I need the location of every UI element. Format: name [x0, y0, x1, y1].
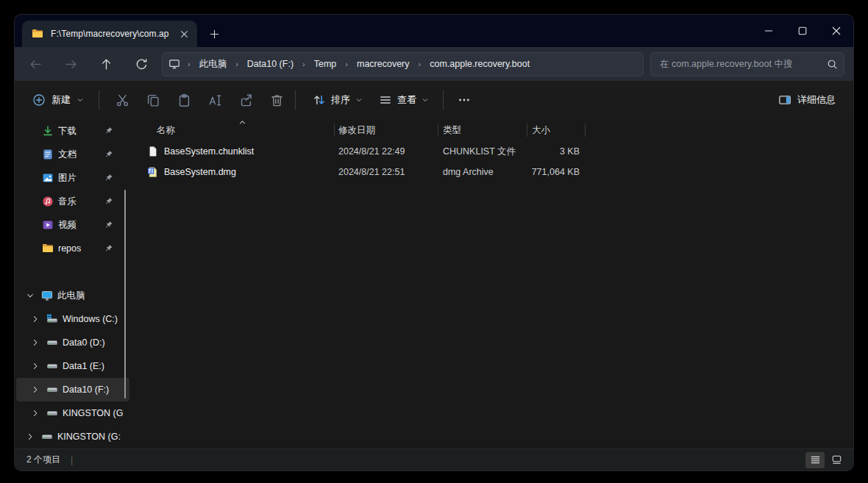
sidebar-scrollbar[interactable]	[124, 190, 126, 398]
sidebar-item-kingston-g[interactable]: KINGSTON (G:	[16, 425, 129, 448]
explorer-window: F:\Temp\macrecovery\com.ap	[15, 15, 853, 471]
more-options-button[interactable]	[451, 86, 477, 114]
search-input[interactable]	[660, 59, 827, 69]
column-header-type[interactable]: 类型	[438, 119, 527, 141]
explorer-tab[interactable]: F:\Temp\macrecovery\com.ap	[22, 21, 197, 47]
thumbnail-view-button[interactable]	[827, 452, 846, 468]
new-button-label: 新建	[51, 93, 71, 107]
sidebar-item-label: 下载	[58, 125, 100, 137]
file-row-chunklist[interactable]: BaseSystem.chunklist 2024/8/21 22:49 CHU…	[131, 141, 853, 162]
navigation-pane: 下载 文档 图片	[15, 119, 131, 448]
chevron-right-icon[interactable]	[31, 409, 40, 418]
share-button[interactable]	[230, 86, 261, 114]
main-area: 下载 文档 图片	[15, 119, 853, 448]
back-button[interactable]	[21, 51, 50, 76]
breadcrumb-macrecovery[interactable]: macrecovery	[354, 56, 413, 72]
sidebar-item-windows-c[interactable]: Windows (C:)	[16, 307, 129, 331]
details-pane-label: 详细信息	[797, 93, 836, 107]
chevron-down-icon	[421, 96, 429, 104]
breadcrumb-separator: ›	[296, 60, 311, 68]
sidebar-item-videos[interactable]: 视频	[16, 213, 129, 237]
sort-button[interactable]: 排序	[306, 88, 369, 112]
column-divider[interactable]	[585, 124, 586, 137]
refresh-button[interactable]	[127, 51, 156, 76]
cut-button[interactable]	[107, 86, 138, 114]
toolbar-divider	[443, 90, 444, 110]
sidebar-item-label: 此电脑	[57, 290, 129, 302]
sidebar-item-label: Data1 (E:)	[63, 361, 129, 371]
breadcrumb-separator: ›	[182, 60, 196, 68]
chunklist-file-icon	[147, 146, 159, 157]
drive-icon	[41, 431, 53, 443]
sidebar-item-pictures[interactable]: 图片	[16, 166, 129, 190]
file-row-dmg[interactable]: d BaseSystem.dmg 2024/8/21 22:51 dmg Arc…	[131, 162, 853, 182]
column-header-date[interactable]: 修改日期	[335, 119, 438, 141]
sort-icon	[313, 93, 326, 107]
pictures-icon	[42, 172, 54, 184]
chevron-right-icon[interactable]	[31, 362, 40, 371]
copy-button[interactable]	[138, 86, 168, 114]
chevron-right-icon[interactable]	[31, 315, 40, 323]
chevron-down-icon	[77, 96, 84, 104]
chevron-right-icon[interactable]	[26, 432, 35, 441]
column-header-name[interactable]: 名称	[131, 119, 335, 141]
column-header-size[interactable]: 大小	[527, 119, 586, 141]
sidebar-item-label: KINGSTON (G:	[57, 432, 129, 442]
sidebar-item-data10-f[interactable]: Data10 (F:)	[16, 378, 129, 401]
computer-icon	[168, 58, 180, 70]
close-button[interactable]	[819, 15, 853, 47]
maximize-button[interactable]	[786, 15, 819, 47]
paste-button[interactable]	[168, 86, 199, 114]
column-label: 名称	[157, 124, 175, 137]
breadcrumb-current-folder[interactable]: com.apple.recovery.boot	[427, 56, 533, 72]
window-controls	[752, 15, 853, 47]
minimize-button[interactable]	[752, 15, 786, 47]
sidebar-item-repos[interactable]: repos	[16, 237, 129, 260]
delete-button[interactable]	[261, 86, 292, 114]
file-size-cell: 3 KB	[527, 141, 586, 162]
status-divider: |	[71, 455, 73, 465]
sidebar-item-data0-d[interactable]: Data0 (D:)	[16, 331, 129, 354]
tab-close-icon[interactable]	[175, 25, 193, 43]
breadcrumb-temp[interactable]: Temp	[311, 56, 340, 72]
videos-icon	[42, 219, 54, 231]
file-size-cell: 771,064 KB	[527, 162, 586, 182]
breadcrumb-separator: ›	[339, 60, 354, 68]
search-icon[interactable]	[827, 59, 838, 70]
sidebar-item-downloads[interactable]: 下载	[16, 119, 129, 143]
documents-icon	[42, 149, 54, 160]
sidebar-item-label: KINGSTON (G	[63, 408, 129, 418]
column-label: 大小	[532, 124, 550, 137]
sort-button-label: 排序	[331, 93, 350, 107]
pin-icon	[104, 197, 113, 206]
chevron-right-icon[interactable]	[31, 338, 40, 347]
chevron-right-icon[interactable]	[31, 385, 40, 394]
sidebar-item-music[interactable]: 音乐	[16, 190, 129, 213]
new-tab-button[interactable]	[205, 25, 223, 43]
chevron-down-icon[interactable]	[26, 291, 35, 300]
drive-icon	[46, 337, 58, 348]
pin-icon	[104, 150, 113, 159]
file-name: BaseSystem.dmg	[164, 167, 236, 177]
item-count: 2 个项目	[26, 454, 60, 466]
new-button[interactable]: 新建	[25, 88, 91, 112]
sidebar-item-data1-e[interactable]: Data1 (E:)	[16, 354, 129, 378]
details-pane-button[interactable]: 详细信息	[771, 88, 843, 112]
sidebar-item-kingston-1[interactable]: KINGSTON (G	[16, 401, 129, 425]
sidebar-item-label: Windows (C:)	[63, 314, 129, 324]
navigation-bar: › 此电脑 › Data10 (F:) › Temp › macrecovery…	[15, 47, 853, 81]
sidebar-item-documents[interactable]: 文档	[16, 143, 129, 166]
sidebar-item-label: 文档	[58, 149, 100, 161]
details-pane-icon	[778, 93, 791, 107]
address-bar[interactable]: › 此电脑 › Data10 (F:) › Temp › macrecovery…	[162, 52, 644, 76]
view-button[interactable]: 查看	[372, 88, 435, 112]
forward-button[interactable]	[56, 51, 85, 76]
breadcrumb-drive[interactable]: Data10 (F:)	[244, 56, 296, 72]
breadcrumb-separator: ›	[230, 60, 244, 68]
breadcrumb-this-pc[interactable]: 此电脑	[196, 55, 230, 74]
sidebar-item-this-pc[interactable]: 此电脑	[16, 284, 129, 307]
rename-button[interactable]	[199, 86, 230, 114]
details-view-button[interactable]	[805, 452, 825, 468]
up-button[interactable]	[91, 51, 121, 76]
file-date-cell: 2024/8/21 22:49	[335, 141, 438, 162]
